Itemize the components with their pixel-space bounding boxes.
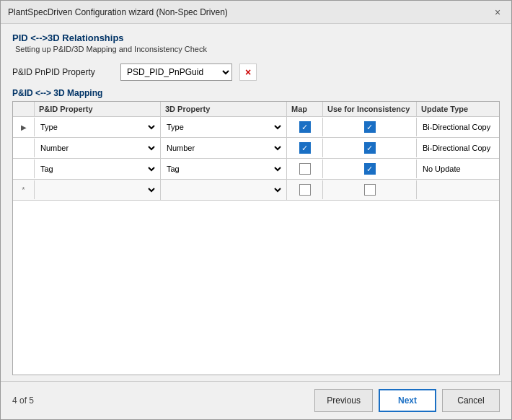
3d-property-dropdown-3[interactable]: Tag bbox=[164, 161, 283, 177]
delete-button[interactable]: × bbox=[239, 64, 257, 81]
new-map-checkbox[interactable] bbox=[299, 184, 311, 196]
col-pid-property: P&ID Property bbox=[35, 102, 161, 116]
pid-property-dropdown-2[interactable]: Number bbox=[37, 140, 157, 156]
update-type-cell-3[interactable]: No Update bbox=[417, 159, 500, 179]
pid-property-cell-2[interactable]: Number bbox=[35, 138, 161, 158]
inconsistency-checkbox-2[interactable] bbox=[364, 142, 376, 154]
update-type-cell-1[interactable]: Bi-Directional Copy bbox=[417, 117, 500, 137]
col-update-type: Update Type bbox=[417, 102, 500, 116]
3d-property-cell-1[interactable]: Type bbox=[161, 117, 287, 137]
new-inconsistency-checkbox[interactable] bbox=[364, 184, 376, 196]
col-inconsistency: Use for Inconsistency bbox=[323, 102, 417, 116]
map-cell-3[interactable] bbox=[287, 159, 323, 178]
col-3d-property: 3D Property bbox=[161, 102, 287, 116]
cancel-button[interactable]: Cancel bbox=[442, 389, 500, 412]
page-indicator: 4 of 5 bbox=[12, 395, 34, 406]
update-type-dropdown-3[interactable]: No Update bbox=[420, 161, 500, 177]
title-bar: PlantSpecDriven Configuration wizard (No… bbox=[1, 1, 511, 24]
map-checkbox-3[interactable] bbox=[299, 163, 311, 175]
inconsistency-cell-1[interactable] bbox=[323, 118, 417, 136]
map-checkbox-1[interactable] bbox=[299, 121, 311, 133]
new-table-row: * bbox=[13, 180, 499, 201]
row-indicator-3 bbox=[13, 159, 35, 178]
new-pid-property-dropdown[interactable] bbox=[37, 182, 157, 198]
pid-property-select[interactable]: PSD_PID_PnPGuid bbox=[120, 64, 232, 81]
map-cell-1[interactable] bbox=[287, 118, 323, 136]
section-subtitle: Setting up P&ID/3D Mapping and Inconsist… bbox=[15, 45, 500, 53]
window-title: PlantSpecDriven Configuration wizard (No… bbox=[8, 7, 228, 17]
update-type-dropdown-2[interactable]: Bi-Directional Copy bbox=[420, 140, 500, 156]
table-row: Tag Tag No Update bbox=[13, 159, 499, 180]
close-button[interactable]: × bbox=[491, 6, 504, 19]
3d-property-cell-2[interactable]: Number bbox=[161, 138, 287, 158]
content-area: PID <-->3D Relationships Setting up P&ID… bbox=[1, 24, 511, 381]
mapping-label: P&ID <--> 3D Mapping bbox=[12, 88, 500, 98]
pid-property-dropdown-3[interactable]: Tag bbox=[37, 161, 157, 177]
new-3d-property-dropdown[interactable] bbox=[164, 182, 283, 198]
new-pid-property-cell[interactable] bbox=[35, 180, 161, 200]
inconsistency-cell-3[interactable] bbox=[323, 159, 417, 178]
new-row-indicator: * bbox=[13, 180, 35, 199]
new-inconsistency-cell[interactable] bbox=[323, 180, 417, 199]
map-checkbox-2[interactable] bbox=[299, 142, 311, 154]
previous-button[interactable]: Previous bbox=[314, 389, 373, 412]
inconsistency-cell-2[interactable] bbox=[323, 139, 417, 157]
row-indicator-1: ▶ bbox=[13, 118, 35, 136]
next-button[interactable]: Next bbox=[379, 389, 436, 412]
table-row: Number Number Bi-Directional Copy bbox=[13, 138, 499, 159]
table-row: ▶ Type Type bbox=[13, 117, 499, 138]
row-indicator-2 bbox=[13, 139, 35, 157]
section-title: PID <-->3D Relationships bbox=[12, 32, 500, 43]
pid-property-dropdown-1[interactable]: Type bbox=[37, 119, 157, 135]
3d-property-cell-3[interactable]: Tag bbox=[161, 159, 287, 179]
update-type-cell-2[interactable]: Bi-Directional Copy bbox=[417, 138, 500, 158]
pid-property-row: P&ID PnPID Property PSD_PID_PnPGuid × bbox=[12, 64, 500, 81]
pid-property-cell-3[interactable]: Tag bbox=[35, 159, 161, 179]
3d-property-dropdown-1[interactable]: Type bbox=[164, 119, 283, 135]
map-cell-2[interactable] bbox=[287, 139, 323, 157]
mapping-table: P&ID Property 3D Property Map Use for In… bbox=[12, 101, 500, 375]
col-indicator bbox=[13, 102, 35, 116]
inconsistency-checkbox-3[interactable] bbox=[364, 163, 376, 175]
new-3d-property-cell[interactable] bbox=[161, 180, 287, 200]
table-header: P&ID Property 3D Property Map Use for In… bbox=[13, 102, 499, 117]
inconsistency-checkbox-1[interactable] bbox=[364, 121, 376, 133]
footer-buttons: Previous Next Cancel bbox=[314, 389, 500, 412]
3d-property-dropdown-2[interactable]: Number bbox=[164, 140, 283, 156]
update-type-dropdown-1[interactable]: Bi-Directional Copy bbox=[420, 119, 500, 135]
col-map: Map bbox=[287, 102, 323, 116]
new-update-type-cell bbox=[417, 180, 500, 199]
main-window: PlantSpecDriven Configuration wizard (No… bbox=[0, 0, 512, 420]
new-map-cell[interactable] bbox=[287, 180, 323, 199]
pid-property-label: P&ID PnPID Property bbox=[12, 67, 113, 77]
footer: 4 of 5 Previous Next Cancel bbox=[1, 381, 511, 419]
pid-property-cell-1[interactable]: Type bbox=[35, 117, 161, 137]
